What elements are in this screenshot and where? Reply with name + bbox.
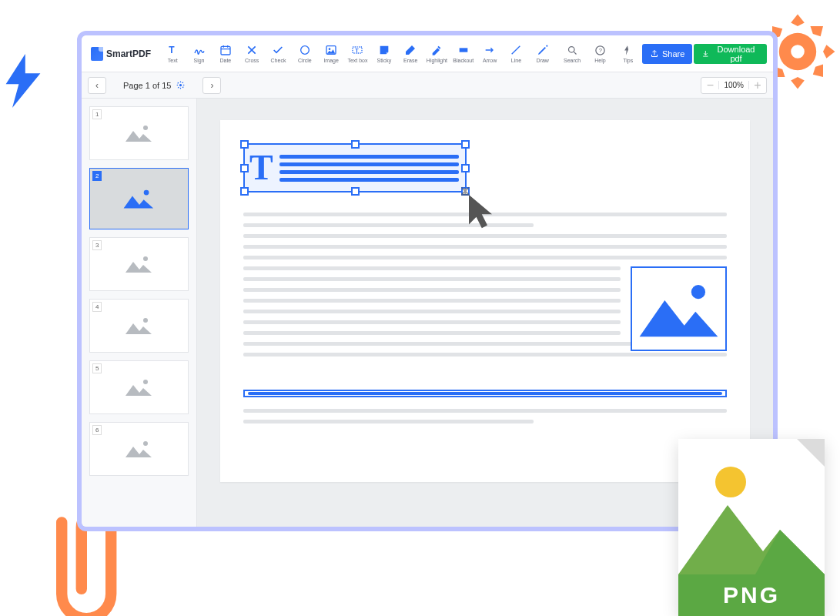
tool-arrow[interactable]: Arrow [477,38,502,69]
decorative-bolt-icon [2,54,45,108]
svg-point-17 [143,441,148,446]
brand-icon [91,47,103,61]
zoom-value: 100% [718,81,749,89]
tool-label: Help [594,58,605,63]
image-placeholder-block[interactable] [631,266,727,351]
tool-label: Line [511,58,521,63]
tool-image[interactable]: Image [319,38,343,69]
content-area: 1 2 3 4 5 6 [82,99,773,527]
resize-handle-tc[interactable] [351,140,360,149]
tool-cross[interactable]: Cross [239,38,264,69]
body-text-placeholder-2 [243,409,727,424]
resize-handle-mr[interactable] [461,164,470,172]
zoom-out-button[interactable]: − [701,78,718,93]
svg-rect-1 [221,46,230,55]
selected-text-block[interactable]: T [243,143,467,192]
image-placeholder-icon [124,122,155,145]
resize-handle-bc[interactable] [351,187,360,196]
png-file-badge: PNG [678,439,825,616]
tool-label: Erase [403,58,417,63]
tool-label: Sign [194,58,205,63]
tool-label: Tips [623,58,633,63]
svg-rect-7 [459,48,467,52]
page-thumb-2[interactable]: 2 [89,168,189,229]
tool-line[interactable]: Line [504,38,528,69]
page-thumb-4[interactable]: 4 [89,299,189,353]
zoom-control: − 100% + [701,77,767,94]
tool-label: Text [168,58,178,63]
page-indicator: Page 1 of 15 [123,80,186,90]
svg-point-8 [568,46,574,52]
thumb-number: 6 [92,425,102,435]
page-thumb-3[interactable]: 3 [89,237,189,291]
resize-handle-ml[interactable] [240,164,249,172]
page-thumb-6[interactable]: 6 [89,422,189,476]
drop-cap-icon: T [249,150,273,186]
tool-label: Search [564,58,581,63]
tool-draw[interactable]: Draw [530,38,555,69]
tool-label: Cross [245,58,259,63]
svg-text:?: ? [599,47,602,54]
tool-circle[interactable]: Circle [293,38,317,69]
tool-label: Text box [347,58,367,63]
svg-text:T: T [169,45,176,55]
brand-name: SmartPDF [106,49,151,59]
tool-label: Blackout [453,58,474,63]
document-page[interactable]: T [220,120,750,482]
tool-erase[interactable]: Erase [398,38,423,69]
png-label: PNG [678,574,825,616]
page-thumb-1[interactable]: 1 [89,106,189,160]
tool-highlight[interactable]: Highlight [424,38,449,69]
image-placeholder-icon [124,437,155,460]
thumb-number: 4 [92,302,102,312]
main-toolbar: SmartPDF T Text Sign Date Cross Check Ci… [82,35,773,72]
brand: SmartPDF [88,47,159,61]
tool-textbox[interactable]: T Text box [345,38,370,69]
image-placeholder-icon [124,376,155,399]
app-window: SmartPDF T Text Sign Date Cross Check Ci… [77,31,778,531]
tool-sticky[interactable]: Sticky [372,38,397,69]
svg-text:T: T [356,47,360,54]
page-thumb-5[interactable]: 5 [89,360,189,414]
image-placeholder-icon [124,253,155,276]
tool-tips[interactable]: Tips [616,38,641,69]
thumb-number: 5 [92,363,102,373]
thumbnails-sidebar: 1 2 3 4 5 6 [82,99,197,527]
resize-handle-tl[interactable] [240,140,249,149]
svg-point-20 [715,467,746,497]
thumb-number: 3 [92,240,102,250]
page-indicator-text: Page 1 of 15 [123,81,171,90]
resize-handle-tr[interactable] [461,140,470,149]
tool-label: Image [323,58,338,63]
share-button[interactable]: Share [642,44,692,64]
tool-label: Sticky [376,58,391,63]
tool-label: Highlight [427,58,447,63]
svg-point-2 [300,46,309,55]
gear-icon[interactable] [176,80,186,90]
tool-search[interactable]: Search [560,38,584,69]
tool-help[interactable]: ? Help [587,38,612,69]
resize-handle-bl[interactable] [240,187,249,196]
tool-date[interactable]: Date [213,38,238,69]
text-lines [279,155,465,182]
zoom-in-button[interactable]: + [749,78,766,93]
svg-point-13 [143,190,149,196]
selected-line-block[interactable] [243,390,727,397]
svg-point-18 [691,285,705,299]
next-page-button[interactable]: › [202,77,221,94]
download-label: Download pdf [713,45,759,63]
tool-label: Date [219,58,231,63]
thumb-number: 2 [92,171,102,181]
tool-blackout[interactable]: Blackout [451,38,476,69]
tool-text[interactable]: T Text [160,38,185,69]
svg-point-12 [143,126,148,130]
tool-check[interactable]: Check [266,38,290,69]
svg-point-4 [329,48,331,50]
image-icon [637,274,721,343]
download-button[interactable]: Download pdf [694,44,767,64]
tool-sign[interactable]: Sign [186,38,211,69]
cursor-icon [459,186,497,232]
svg-point-11 [179,84,182,86]
prev-page-button[interactable]: ‹ [88,77,106,94]
sub-toolbar: ‹ Page 1 of 15 › − 100% + [82,72,773,99]
